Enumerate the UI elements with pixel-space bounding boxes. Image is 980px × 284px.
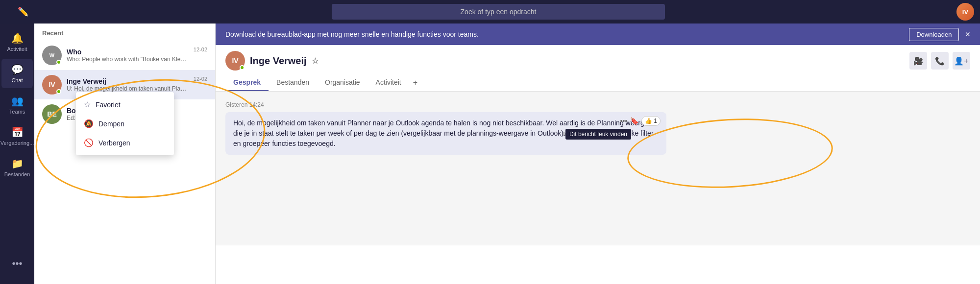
- favorite-star-icon[interactable]: ☆: [312, 56, 318, 66]
- like-badge[interactable]: 👍 1: [641, 116, 661, 126]
- chat-time-who: 12-02: [194, 47, 207, 52]
- nav-label-bestanden: Bestanden: [4, 171, 30, 177]
- avatar-inge: IV: [42, 75, 62, 95]
- header-avatar: IV: [225, 51, 245, 71]
- context-label-dempen: Dempen: [98, 120, 124, 128]
- like-count: 1: [654, 118, 657, 124]
- message-time: Gisteren 14:24: [225, 101, 970, 108]
- sidebar-item-activiteit[interactable]: 🔔 Activiteit: [1, 27, 33, 57]
- message-more-button[interactable]: •••: [620, 117, 628, 125]
- bell-icon: 🔕: [84, 119, 94, 128]
- tab-activiteit[interactable]: Activiteit: [368, 74, 409, 91]
- tab-bestanden[interactable]: Bestanden: [269, 74, 317, 91]
- compose-area[interactable]: [216, 245, 980, 284]
- add-people-button[interactable]: 👤+: [953, 52, 970, 70]
- avatar-who: W: [42, 46, 62, 65]
- sidebar-item-more[interactable]: •••: [1, 249, 33, 278]
- banner-actions: Downloaden ×: [909, 28, 970, 41]
- context-item-verbergen[interactable]: 🚫 Verbergen: [76, 133, 174, 152]
- eye-slash-icon: 🚫: [84, 138, 94, 147]
- chat-name-inge: Inge Verweij: [67, 77, 189, 85]
- sidebar-item-vergadering[interactable]: 📅 Vergadering...: [1, 121, 33, 151]
- search-placeholder: Zoek of typ een opdracht: [461, 8, 537, 16]
- nav-label-activiteit: Activiteit: [7, 46, 27, 52]
- main-content: Download de bureaublad-app met nog meer …: [216, 24, 980, 284]
- compose-icon[interactable]: ✏️: [18, 6, 28, 17]
- top-bar: ✏️ Zoek of typ een opdracht IV: [0, 0, 980, 24]
- add-people-icon: 👤+: [954, 56, 968, 66]
- context-item-dempen[interactable]: 🔕 Dempen: [76, 114, 174, 133]
- video-icon: 🎥: [913, 56, 923, 66]
- nav-label-chat: Chat: [11, 77, 23, 83]
- context-label-verbergen: Verbergen: [98, 139, 130, 147]
- chat-header-name: IV Inge Verweij ☆: [225, 51, 318, 71]
- context-item-favoriet[interactable]: ☆ Favoriet: [76, 95, 174, 114]
- messages-area: Gisteren 14:24 ••• 🔖 👍 1 Inge V Dit beri…: [216, 92, 980, 245]
- sidebar-item-teams[interactable]: 👥 Teams: [1, 90, 33, 119]
- chat-header: IV Inge Verweij ☆ 🎥 📞: [216, 45, 980, 92]
- user-avatar[interactable]: IV: [956, 3, 974, 21]
- chat-item-who[interactable]: W Who Who: People who work with "Bouke v…: [34, 41, 215, 70]
- banner-close-button[interactable]: ×: [965, 29, 970, 40]
- context-menu: ☆ Favoriet 🔕 Dempen 🚫 Verbergen: [76, 92, 174, 155]
- banner-text: Download de bureaublad-app met nog meer …: [225, 30, 479, 38]
- top-bar-logo: ✏️: [6, 6, 40, 17]
- sidebar-item-bestanden[interactable]: 📁 Bestanden: [1, 153, 33, 182]
- sidebar-header: Recent: [34, 24, 215, 41]
- header-actions: 🎥 📞 👤+: [909, 52, 970, 70]
- like-tooltip: Dit bericht leuk vinden: [565, 129, 631, 140]
- download-button[interactable]: Downloaden: [909, 28, 959, 41]
- chat-time-inge: 12-02: [194, 76, 207, 82]
- chat-tabs: Gesprek Bestanden Organisatie Activiteit…: [225, 74, 970, 91]
- star-icon: ☆: [84, 100, 91, 109]
- top-bar-right: IV: [956, 3, 974, 21]
- chat-preview-who: Who: People who work with "Bouke van Kle…: [67, 56, 189, 63]
- header-online-dot: [240, 65, 245, 70]
- chat-header-top: IV Inge Verweij ☆ 🎥 📞: [225, 51, 970, 71]
- phone-icon: 📞: [935, 56, 945, 66]
- chat-info-who: Who Who: People who work with "Bouke van…: [67, 48, 189, 63]
- avatar-bouke: BE: [42, 104, 62, 124]
- chat-icon: 💬: [11, 64, 24, 75]
- message-group: Gisteren 14:24 ••• 🔖 👍 1 Inge V Dit beri…: [225, 101, 970, 155]
- add-tab-button[interactable]: +: [409, 74, 421, 91]
- chat-sidebar: Recent W Who Who: People who work with "…: [34, 24, 216, 284]
- search-box[interactable]: Zoek of typ een opdracht: [332, 4, 665, 20]
- nav-label-vergadering: Vergadering...: [0, 140, 34, 146]
- files-icon: 📁: [11, 158, 24, 169]
- thumbs-up-icon: 👍: [645, 118, 652, 124]
- activity-icon: 🔔: [11, 32, 24, 44]
- online-indicator-inge: [56, 89, 61, 94]
- chat-name-who: Who: [67, 48, 189, 56]
- teams-icon: 👥: [11, 95, 24, 107]
- online-indicator: [56, 60, 61, 65]
- tab-organisatie[interactable]: Organisatie: [317, 74, 368, 91]
- message-bubble: ••• 🔖 👍 1 Inge V Dit bericht leuk vinden…: [225, 112, 666, 155]
- left-nav: 🔔 Activiteit 💬 Chat 👥 Teams 📅 Vergaderin…: [0, 24, 34, 284]
- chat-preview-inge: U: Hoi, de mogelijkheid om taken vanuit …: [67, 85, 189, 92]
- more-icon: •••: [12, 258, 22, 269]
- nav-label-teams: Teams: [9, 109, 25, 115]
- message-actions: ••• 🔖 👍 1 Inge V Dit bericht leuk vinden: [620, 116, 661, 126]
- chat-info-inge: Inge Verweij U: Hoi, de mogelijkheid om …: [67, 77, 189, 92]
- sidebar-item-chat[interactable]: 💬 Chat: [1, 59, 33, 88]
- video-call-button[interactable]: 🎥: [909, 52, 927, 70]
- calendar-icon: 📅: [11, 126, 24, 138]
- message-bookmark-button[interactable]: 🔖: [630, 117, 638, 125]
- tab-gesprek[interactable]: Gesprek: [225, 74, 269, 91]
- audio-call-button[interactable]: 📞: [931, 52, 949, 70]
- context-label-favoriet: Favoriet: [96, 101, 121, 109]
- download-banner: Download de bureaublad-app met nog meer …: [216, 24, 980, 45]
